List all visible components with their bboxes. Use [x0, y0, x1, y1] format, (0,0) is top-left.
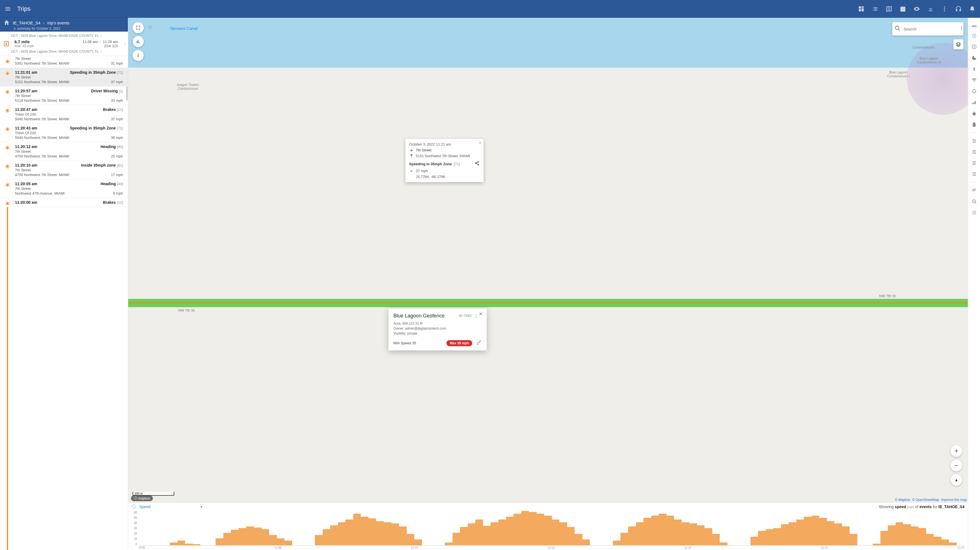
x-tick: 11:13 [548, 546, 555, 550]
text-lines-icon[interactable] [971, 187, 977, 193]
attrib-osm[interactable]: © OpenStreetMap [912, 498, 939, 502]
svg-point-4 [138, 55, 138, 56]
sliders-icon[interactable] [971, 138, 977, 144]
event-item[interactable]: 11:20:05 amHeading [40]7th StreetNorthwe… [0, 179, 128, 198]
arrow-up-icon[interactable] [971, 66, 977, 72]
collapse-chevron-icon[interactable]: ‹ [124, 41, 126, 46]
target-icon[interactable] [971, 33, 977, 39]
event-label: Brakes [12] [103, 107, 123, 112]
event-item[interactable]: 7th Street5301 Northwest 7th Street. MIA… [0, 56, 128, 68]
gps-icon[interactable] [971, 88, 977, 94]
event-label: Inside 35mph zone [81] [81, 163, 123, 168]
chart-bar [796, 520, 804, 545]
events-list[interactable]: 7th Street5301 Northwest 7th Street. MIA… [0, 56, 128, 550]
map[interactable]: Tamiami Canal NW 7th St NW 7th St Condom… [128, 18, 968, 502]
event-address: 4700 Northwest 7th Street. MIAMI [15, 173, 69, 177]
chart-bar [674, 520, 682, 545]
x-tick: 11:08 [274, 546, 282, 550]
chart-bar [949, 542, 957, 545]
sliders-icon-2[interactable] [971, 149, 977, 155]
filter-list-icon[interactable] [147, 25, 153, 32]
stopwatch-icon[interactable] [971, 110, 977, 116]
attrib-mapbox[interactable]: © Mapbox [895, 498, 910, 502]
event-item[interactable]: 11:20:12 amHeading [40]7th Street4700 No… [0, 142, 128, 161]
chart-metric[interactable]: Speed [139, 504, 150, 509]
chart-button[interactable] [133, 36, 144, 47]
moon-icon[interactable] [971, 55, 977, 61]
chart-bar [781, 524, 789, 545]
scrollbar-thumb[interactable] [126, 87, 127, 100]
event-item[interactable]: 11:21:01 amSpeeding in 35mph Zone [71]7t… [0, 68, 128, 87]
sliders-icon-3[interactable] [971, 160, 977, 166]
compass-button[interactable]: ▲ [951, 474, 962, 486]
timeline-dot [6, 90, 9, 94]
search-icon[interactable] [894, 25, 900, 32]
list-icon[interactable] [872, 6, 878, 12]
timeline-dot [6, 127, 9, 131]
map-zoom-controls: + − ▲ [951, 445, 962, 486]
route-icon[interactable] [476, 340, 482, 347]
svg-point-22 [973, 164, 974, 165]
map-layers-button[interactable] [953, 40, 963, 49]
sliders-icon-4[interactable] [971, 171, 977, 177]
event-count: [1] [119, 89, 123, 93]
event-count: [81] [117, 163, 123, 168]
search-more-icon[interactable] [959, 26, 964, 32]
event-item[interactable]: 11:20:57 amDriver Missing [1]7th Street5… [0, 87, 128, 105]
notifications-icon[interactable] [969, 6, 975, 12]
chart-bar [223, 533, 231, 545]
event-item[interactable]: 11:20:10 amInside 35mph zone [81]7th Str… [0, 161, 128, 179]
chart-refresh-icon[interactable] [132, 504, 137, 510]
x-tick: 8:59 [139, 546, 145, 550]
hamburger-icon[interactable] [971, 209, 977, 216]
trip-summary[interactable]: 2 DCT - 5835 Blue Lagoon Drive. MIAMI-DA… [0, 32, 128, 56]
search-input[interactable] [904, 27, 956, 31]
fullscreen-button[interactable] [133, 22, 144, 33]
battery-icon[interactable] [971, 121, 977, 127]
zoom-out-button[interactable]: − [951, 460, 962, 471]
chart-metric-dropdown-icon[interactable]: ▾ [200, 504, 202, 509]
map-condo-label-3: Aragon Towers Condominium [173, 83, 203, 91]
event-item[interactable]: 11:20:00 amBrakes [12] [0, 198, 128, 207]
home-icon[interactable] [3, 19, 10, 26]
geofence-close-icon[interactable] [478, 311, 483, 317]
event-street: 7th Street [15, 149, 123, 154]
chart-body[interactable]: 0102030405060 8:5911:0811:1211:1311:1811… [128, 511, 968, 550]
geofence-more-icon[interactable]: ⋮ [474, 314, 478, 319]
geofence-owner: Owner: admin@digitalcomtech.com [393, 326, 482, 331]
chart-bar [391, 523, 399, 545]
popup-close-icon[interactable]: × [479, 141, 481, 145]
signal-icon[interactable] [971, 99, 977, 105]
trip-duration: 21m 12s [83, 44, 118, 48]
chart-bar [819, 518, 827, 545]
wifi-icon[interactable] [971, 77, 977, 83]
breadcrumb-root[interactable]: IE_TAHOE_S4 [13, 21, 40, 25]
chart-bar [506, 517, 514, 545]
event-count: [71] [117, 70, 123, 74]
attrib-improve[interactable]: Improve this map [941, 498, 967, 502]
chart-bar [758, 531, 766, 545]
map-fab-column [133, 22, 144, 61]
more-vert-icon[interactable] [941, 6, 948, 12]
popup-event-count: [71] [454, 162, 460, 166]
zoom-reset-icon[interactable] [971, 198, 977, 204]
headset-icon[interactable] [955, 6, 962, 12]
pause-icon[interactable] [971, 44, 977, 50]
menu-icon[interactable] [5, 6, 11, 12]
map-nav-icon[interactable] [886, 6, 892, 12]
event-item[interactable]: 11:20:43 amSpeeding in 35mph Zone [71]Tr… [0, 124, 128, 142]
chart-bar [789, 522, 796, 545]
zoom-in-button[interactable]: + [951, 445, 962, 457]
map-more-button[interactable] [133, 50, 144, 61]
download-icon[interactable] [927, 6, 934, 12]
map-attribution: © Mapbox © OpenStreetMap Improve this ma… [894, 498, 967, 502]
event-item[interactable]: 11:20:47 amBrakes [12]Triton Of.2305040 … [0, 105, 128, 124]
event-time: 11:20:10 am [15, 163, 37, 168]
timeline-dot [6, 165, 9, 168]
share-icon[interactable] [474, 161, 480, 167]
map-road-label-b: NW 7th St [879, 294, 896, 298]
dashboard-icon[interactable] [858, 6, 865, 12]
visibility-icon[interactable] [913, 6, 920, 12]
calendar-icon[interactable] [899, 6, 906, 12]
ruler-icon[interactable] [971, 22, 977, 28]
